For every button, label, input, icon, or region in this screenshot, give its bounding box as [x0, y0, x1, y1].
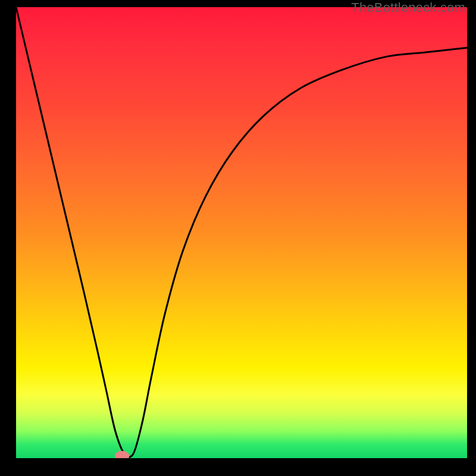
chart-root: TheBottleneck.com [0, 0, 476, 476]
bottleneck-curve [16, 7, 467, 457]
watermark-text: TheBottleneck.com [351, 0, 465, 15]
optimal-marker [115, 451, 129, 461]
curve-layer [16, 7, 467, 458]
